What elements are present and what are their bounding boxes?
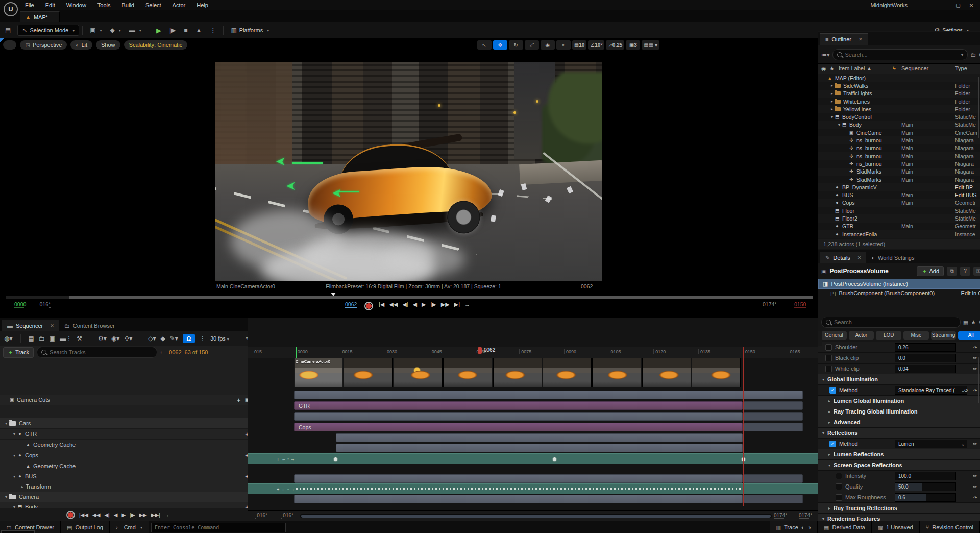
method-dropdown[interactable]: Standalone Ray Traced ( <box>895 386 967 395</box>
sequencer-transport-button[interactable]: → <box>164 512 169 518</box>
viewport-render-scene[interactable]: ➤ ➤ ➤ <box>215 62 602 281</box>
favorites-icon[interactable]: ★ <box>971 319 976 326</box>
track-row-gtr[interactable]: ▾●GTR＋ <box>0 429 259 440</box>
platforms-dropdown[interactable]: ▥ Platforms ▾ <box>227 25 273 35</box>
cinematics-dropdown[interactable]: ▬▾ <box>125 25 145 35</box>
transport-button[interactable]: ◀ <box>413 301 417 308</box>
add-section-button[interactable]: ＋ <box>236 396 241 404</box>
camera-cut-thumbnail[interactable] <box>344 358 393 387</box>
sequencer-transport-button[interactable]: |▶ <box>130 512 135 518</box>
transport-button[interactable]: ▶ <box>422 301 426 308</box>
sequence-browse-dropdown[interactable]: ◍▾ <box>4 335 13 342</box>
close-icon[interactable]: ✕ <box>50 323 54 328</box>
track-filter-icon[interactable]: ≔ <box>160 349 166 356</box>
component-row-postprocessvolume[interactable]: ◨ PostProcessVolume (Instance) <box>818 279 980 289</box>
outliner-row-bp-dynamicv[interactable]: ●BP_DynamicVEdit BP_ <box>818 183 980 191</box>
override-brush-icon[interactable]: ✑ <box>973 495 977 500</box>
tab-sequencer[interactable]: ▬ Sequencer✕ <box>2 320 59 331</box>
save-icon[interactable]: ▤ <box>5 27 11 34</box>
track-clip[interactable] <box>336 433 743 442</box>
property-method[interactable]: ✓MethodLumen✑ <box>818 439 980 449</box>
value-field[interactable]: 0.26 <box>895 343 956 352</box>
outliner-row-ns-burnou[interactable]: ✣ns_burnouMainNiagara <box>818 160 980 167</box>
unsaved-button[interactable]: ▩ 1 Unsaved <box>872 521 920 533</box>
grid-snap-button[interactable]: ▦ 10 <box>572 40 587 50</box>
new-folder-icon[interactable]: 🗀 <box>970 52 976 58</box>
outliner-row-bus[interactable]: ●BUSMainEdit BUS <box>818 191 980 199</box>
sequence-tools-icon[interactable]: ⚒ <box>77 335 82 342</box>
playhead-marker[interactable] <box>478 347 482 354</box>
eye-column-icon[interactable]: ◉ <box>821 65 826 72</box>
record-button[interactable] <box>364 302 373 310</box>
cmd-dropdown[interactable]: ›_ Cmd▾ <box>110 521 149 533</box>
value-field[interactable]: 0.0 <box>895 354 956 362</box>
value-field[interactable]: 0.04 <box>895 365 956 373</box>
track-row-transform[interactable]: ▸Transform＋ <box>0 481 267 492</box>
tab-level-map[interactable]: ▲ MAP* <box>20 11 60 22</box>
camera-cut-thumbnail[interactable]: CineCameraActor0 <box>294 358 343 387</box>
timeline-ruler[interactable]: -015000000150030004500600075009001050120… <box>248 347 818 358</box>
track-clip[interactable] <box>336 444 743 452</box>
outliner-row-map-editor-[interactable]: ▲MAP (Editor) <box>818 74 980 82</box>
camera-cut-thumbnail[interactable] <box>642 358 691 387</box>
sequencer-transport-button[interactable]: ◀◀ <box>92 512 100 518</box>
range-start-label[interactable]: -016* <box>255 513 267 519</box>
scrub-playhead-marker[interactable] <box>331 293 336 296</box>
trace-button[interactable]: ▥ Trace ◐ ◑ <box>770 521 818 533</box>
lit-dropdown[interactable]: ◐Lit <box>70 40 92 50</box>
checkbox[interactable] <box>825 344 832 351</box>
camera-speed-button[interactable]: ▣ 3 <box>626 40 640 50</box>
world-space-button[interactable]: ◉ <box>541 40 555 50</box>
outliner-row-ns-burnou[interactable]: ✣ns_burnouMainNiagara <box>818 144 980 152</box>
value-field[interactable]: 50.0 <box>895 482 956 491</box>
track-clip[interactable] <box>294 391 803 399</box>
surface-snap-button[interactable]: ⚬ <box>556 40 571 50</box>
outliner-row-skidmarks[interactable]: ✣SkidMarksMainNiagara <box>818 176 980 183</box>
outliner-row-postprocessv[interactable]: ◉◨PostProcessVPostPro <box>818 238 980 238</box>
close-icon[interactable]: ✕ <box>965 3 978 8</box>
revision-control-button[interactable]: ⑂ Revision Control <box>920 521 980 533</box>
filter-icon[interactable]: ≔▾ <box>821 52 830 58</box>
override-brush-icon[interactable]: ✑ <box>973 473 977 479</box>
track-row-camera-cuts[interactable]: ▣Camera Cuts＋▣ <box>0 395 251 405</box>
camera-cut-thumbnail[interactable] <box>443 358 492 387</box>
checkbox[interactable]: ✓ <box>829 387 836 394</box>
skip-button[interactable]: |▶ <box>165 25 180 35</box>
select-tool-button[interactable]: ↖ <box>477 40 492 50</box>
auto-key-icon[interactable]: ◆ <box>161 335 165 342</box>
timeline-scrollbar[interactable] <box>300 514 772 518</box>
checkbox[interactable] <box>836 473 842 479</box>
keyframe-nav[interactable]: ＋ ← ◦ → <box>276 486 295 493</box>
playback-options-dropdown[interactable]: ✣▾ <box>124 335 132 342</box>
transport-button[interactable]: |▶ <box>431 301 436 308</box>
override-brush-icon[interactable]: ✑ <box>973 387 977 393</box>
create-camera-icon[interactable]: ▣ <box>50 335 55 342</box>
keyframe-dot[interactable] <box>552 457 557 462</box>
add-track-button[interactable]: ＋Track <box>3 347 34 358</box>
outliner-row-trafficlights[interactable]: ▸TrafficLightsFolder <box>818 90 980 98</box>
lock-icon[interactable]: ⚿ <box>973 266 980 276</box>
save-sequence-icon[interactable]: ▤ <box>29 335 34 342</box>
tab-details[interactable]: ✎ Details✕ <box>820 252 866 263</box>
stop-button[interactable]: ■ <box>180 25 191 35</box>
outliner-scrollbar[interactable] <box>978 77 979 138</box>
track-row-geometry-cache[interactable]: ▲Geometry Cache＋ <box>0 461 267 472</box>
outliner-row-floor[interactable]: ⬒FloorStaticMe <box>818 207 980 214</box>
show-dropdown[interactable]: Show <box>96 40 120 50</box>
eject-button[interactable]: ▲ <box>191 25 206 35</box>
outliner-row-bodycontrol[interactable]: ▾⬒BodyControlStaticMe <box>818 113 980 120</box>
scale-snap-button[interactable]: ↗ 0.25 <box>606 40 624 50</box>
display-filter-icon[interactable]: ▦ <box>963 319 968 326</box>
sequencer-transport-button[interactable]: ◀| <box>104 512 109 518</box>
override-brush-icon[interactable]: ✑ <box>973 355 977 361</box>
outliner-row-skidmarks[interactable]: ✣SkidMarksMainNiagara <box>818 168 980 176</box>
outliner-row-ns-burnou[interactable]: ✣ns_burnouMainNiagara <box>818 152 980 160</box>
outliner-row-body[interactable]: ▾⬒BodyMainStaticMe <box>818 121 980 129</box>
section-global-illumination[interactable]: ▾Global Illumination <box>818 374 980 385</box>
sequencer-transport-button[interactable]: ▶ <box>121 512 126 518</box>
viewport-options-button[interactable]: ≡ <box>3 40 16 50</box>
outliner-row-floor2[interactable]: ⬒Floor2StaticMe <box>818 214 980 222</box>
track-clip-cops[interactable]: Cops <box>294 423 743 431</box>
keyframe-dot[interactable] <box>333 457 338 462</box>
level-viewport[interactable]: ≡ ◳Perspective ◐Lit Show Scalability: Ci… <box>0 38 818 318</box>
